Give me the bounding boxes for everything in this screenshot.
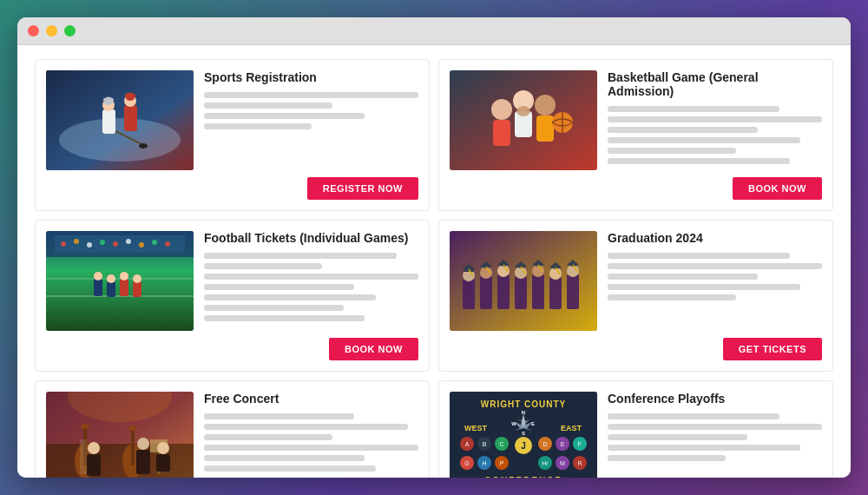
svg-rect-49: [497, 274, 510, 309]
card-title: Basketball Game (General Admission): [608, 70, 822, 98]
svg-point-39: [152, 240, 157, 245]
svg-point-32: [61, 241, 66, 247]
card-image-football: [46, 231, 194, 331]
svg-text:EAST: EAST: [561, 424, 582, 432]
card-inner: Free Concert: [46, 392, 418, 478]
svg-point-25: [107, 274, 115, 283]
card-text-line: [204, 274, 418, 280]
card-body: Football Tickets (Individual Games): [204, 231, 418, 331]
svg-rect-5: [102, 109, 115, 134]
svg-rect-55: [532, 274, 544, 309]
svg-rect-83: [131, 428, 135, 465]
card-text-line: [608, 424, 822, 430]
card-text-line: [204, 434, 332, 440]
sports-registration-button[interactable]: REGISTER NOW: [307, 177, 418, 200]
card-free-concert: Free ConcertBOOK NOW: [35, 380, 430, 478]
titlebar: [17, 17, 851, 45]
card-image-graduation: [450, 231, 597, 331]
card-text-line: [204, 294, 376, 300]
svg-text:S: S: [522, 431, 525, 436]
svg-point-2: [59, 118, 181, 162]
svg-text:H: H: [482, 460, 486, 466]
svg-rect-3: [124, 105, 137, 131]
svg-rect-72: [46, 444, 194, 478]
card-body: Free Concert: [204, 392, 418, 478]
svg-text:N: N: [522, 410, 525, 415]
card-text-line: [608, 284, 800, 290]
card-text-line: [204, 445, 418, 451]
cards-grid: Sports RegistrationREGISTER NOW Basketba…: [17, 45, 851, 478]
svg-text:R: R: [577, 460, 582, 466]
card-body: Graduation 2024: [608, 231, 822, 331]
card-image-hockey: [46, 70, 194, 170]
card-text-line: [608, 106, 779, 112]
svg-text:WEST: WEST: [464, 424, 488, 432]
svg-rect-61: [567, 274, 579, 309]
svg-point-80: [88, 442, 100, 454]
card-body: Sports Registration: [204, 70, 418, 170]
svg-text:C: C: [499, 441, 503, 447]
svg-point-23: [94, 272, 102, 280]
svg-point-75: [81, 424, 89, 429]
svg-point-89: [157, 442, 169, 454]
card-text-line: [204, 284, 354, 290]
card-text-line: [608, 116, 822, 122]
card-text-line: [608, 274, 758, 280]
card-footer: BOOK NOW: [46, 338, 418, 360]
svg-text:M: M: [560, 460, 565, 466]
svg-point-36: [113, 241, 118, 247]
card-text-line: [608, 253, 790, 259]
football-tickets-button[interactable]: BOOK NOW: [329, 338, 418, 360]
card-image-concert: [46, 392, 194, 478]
svg-rect-28: [133, 281, 141, 297]
card-title: Free Concert: [204, 392, 418, 406]
card-text-line: [608, 158, 790, 164]
card-text-line: [608, 413, 779, 419]
svg-point-38: [139, 242, 144, 248]
svg-rect-86: [136, 450, 150, 474]
card-text-line: [204, 253, 397, 259]
card-text-line: [204, 92, 418, 98]
card-text-line: [204, 102, 332, 109]
svg-text:W: W: [511, 421, 516, 426]
card-sports-registration: Sports RegistrationREGISTER NOW: [35, 59, 430, 211]
basketball-game-button[interactable]: BOOK NOW: [733, 177, 822, 200]
card-inner: Graduation 2024: [450, 231, 822, 331]
svg-text:WRIGHT COUNTY: WRIGHT COUNTY: [481, 399, 567, 409]
svg-point-18: [516, 106, 530, 116]
svg-point-37: [126, 239, 131, 244]
svg-text:B: B: [483, 441, 487, 447]
card-body: Basketball Game (General Admission): [608, 70, 822, 170]
svg-text:E: E: [561, 441, 565, 447]
close-button[interactable]: [28, 25, 39, 36]
svg-point-27: [120, 272, 128, 280]
card-text-line: [204, 305, 344, 311]
card-text-line: [608, 445, 800, 451]
svg-text:G: G: [464, 460, 469, 466]
card-footer: REGISTER NOW: [46, 177, 418, 200]
card-inner: WRIGHT COUNTY N S E W WEST EAST A B C D …: [450, 392, 822, 478]
svg-text:P: P: [500, 460, 504, 466]
svg-rect-52: [515, 276, 527, 309]
graduation-2024-button[interactable]: GET TICKETS: [723, 338, 822, 360]
card-text-line: [204, 455, 365, 461]
card-graduation-2024: Graduation 2024GET TICKETS: [438, 220, 833, 372]
card-text-line: [608, 137, 800, 143]
maximize-button[interactable]: [64, 25, 76, 36]
card-image-basketball: [450, 70, 597, 170]
svg-point-35: [100, 240, 105, 245]
card-inner: Sports Registration: [46, 70, 418, 170]
card-text-line: [204, 315, 365, 321]
card-title: Graduation 2024: [608, 231, 822, 245]
svg-point-8: [139, 143, 148, 148]
svg-rect-11: [493, 120, 510, 146]
svg-point-12: [535, 95, 556, 116]
card-conference-playoffs: WRIGHT COUNTY N S E W WEST EAST A B C D …: [438, 380, 833, 478]
card-inner: Basketball Game (General Admission): [450, 70, 822, 170]
svg-text:CONFERENCE: CONFERENCE: [484, 476, 562, 478]
card-text-line: [204, 465, 376, 472]
card-text-line: [608, 263, 822, 269]
minimize-button[interactable]: [46, 25, 57, 36]
svg-rect-46: [480, 276, 492, 309]
svg-rect-24: [107, 281, 115, 297]
